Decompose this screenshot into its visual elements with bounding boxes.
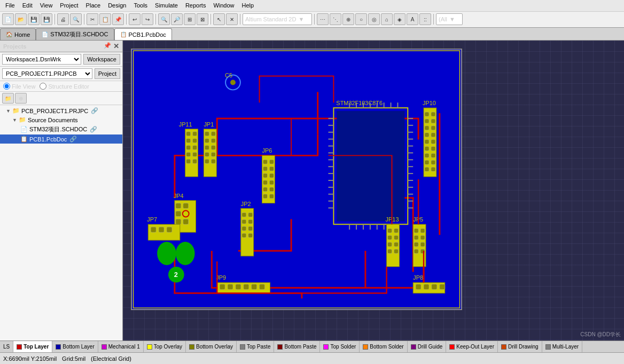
save-all-btn[interactable]: 💾 [41,13,52,25]
svg-rect-163 [420,242,425,247]
pcb-canvas[interactable]: JP11 JP1 [123,41,624,341]
file-view-radio[interactable]: File View [3,83,35,90]
zoom-in-btn[interactable]: 🔍 [158,13,170,25]
menu-reports[interactable]: Reports [182,1,209,10]
menu-place[interactable]: Place [83,1,104,10]
layer-tab-bot-overlay[interactable]: Bottom Overlay [186,341,237,353]
route-btn5[interactable]: ◎ [368,13,380,25]
layer-top-paste-label: Top Paste [247,344,270,350]
svg-rect-117 [183,219,189,224]
panel-close-btn[interactable]: ✕ [113,42,119,50]
svg-rect-100 [263,173,268,178]
svg-rect-95 [431,167,435,171]
cross-btn[interactable]: ✕ [226,13,238,25]
zoom-area-btn[interactable]: ⊠ [197,13,208,25]
tree-node-sch[interactable]: 📄 STM32项目.SCHDOC 🔗 [0,124,122,134]
tab-schdoc[interactable]: 📄 STM32项目.SCHDOC [36,28,114,40]
icon-pcb: 📋 [20,136,28,143]
print-btn[interactable]: 🖨 [57,13,69,25]
layer-dropdown[interactable]: (All ▼ [436,13,463,25]
layer-drill-drawing-color [501,344,506,350]
panel-pin-icon[interactable]: 📌 [104,42,111,50]
svg-text:JP10: JP10 [423,100,436,106]
menu-project[interactable]: Project [57,1,81,10]
route-btn1[interactable]: ⋯ [317,13,329,25]
layer-tab-bot-paste[interactable]: Bottom Paste [274,341,320,353]
undo-btn[interactable]: ↩ [129,13,141,25]
layer-tab-drill-drawing[interactable]: Drill Drawing [498,341,542,353]
layer-bot-solder-color [363,344,368,350]
save-btn[interactable]: 💾 [28,13,40,25]
menu-help[interactable]: Help [239,1,258,10]
sep4 [155,14,156,25]
svg-rect-105 [269,167,274,171]
sep2 [84,14,84,25]
redo-btn[interactable]: ↪ [142,13,153,25]
grid-btn[interactable]: :: [419,13,431,25]
workspace-button[interactable]: Workspace [83,54,120,65]
route-btn6[interactable]: ⌂ [381,13,393,25]
menu-view[interactable]: View [37,1,56,10]
svg-rect-143 [252,284,257,289]
tab-pcbdoc[interactable]: 📋 PCB1.PcbDoc [114,28,172,40]
svg-rect-21 [211,132,215,136]
layer-tab-ls[interactable]: LS [0,341,13,353]
pcb-svg: JP11 JP1 [132,50,461,309]
icon-root: 📁 [12,107,20,114]
tab-home[interactable]: 🏠 Home [0,28,36,40]
layer-tab-multi[interactable]: Multi-Layer [542,341,582,353]
svg-rect-148 [388,235,392,240]
layer-tab-drill-guide[interactable]: Drill Guide [408,341,447,353]
svg-rect-121 [159,227,164,232]
open-btn[interactable]: 📂 [15,13,27,25]
menu-design[interactable]: Design [105,1,129,10]
route-btn4[interactable]: ○ [355,13,367,25]
menu-simulate[interactable]: Simulate [152,1,181,10]
file-action-add[interactable]: ⊕ [15,93,27,104]
layer-tab-bot-solder[interactable]: Bottom Solder [360,341,407,353]
project-select[interactable]: PCB_PROJECT1.PRJPCB [2,68,92,79]
layer-bottom-color [56,344,61,350]
layer-tab-top[interactable]: Top Layer [13,341,52,353]
view-dropdown[interactable]: Altium Standard 2D ▼ [243,13,312,25]
svg-text:JP4: JP4 [174,193,184,199]
tree-node-src[interactable]: ▼ 📁 Source Documents [0,115,122,124]
layer-tab-top-paste[interactable]: Top Paste [237,341,274,353]
menu-tools[interactable]: Tools [130,1,151,10]
route-btn7[interactable]: ◈ [394,13,405,25]
project-button[interactable]: Project [95,68,120,79]
menu-edit[interactable]: Edit [19,1,36,10]
paste-btn[interactable]: 📌 [112,13,124,25]
layer-tab-bottom[interactable]: Bottom Layer [52,341,98,353]
route-btn3[interactable]: ⊕ [342,13,354,25]
svg-rect-103 [263,194,268,199]
layer-top-label: Top Layer [24,344,49,350]
structure-editor-radio[interactable]: Structure Editor [40,83,89,90]
cut-btn[interactable]: ✂ [87,13,98,25]
workspace-select[interactable]: Workspace1.DsnWrk [2,54,81,65]
file-action-new[interactable]: 📁 [2,93,14,104]
layer-tab-top-overlay[interactable]: Top Overlay [144,341,186,353]
layer-bot-overlay-color [189,344,194,350]
layer-tab-keepout[interactable]: Keep-Out Layer [446,341,498,353]
tree-node-pcb[interactable]: 📋 PCB1.PcbDoc 🔗 [0,134,122,144]
zoom-out-btn[interactable]: 🔎 [171,13,183,25]
svg-point-133 [157,242,176,265]
copy-btn[interactable]: 📋 [99,13,111,25]
print-preview-btn[interactable]: 🔍 [70,13,82,25]
layer-dropdown-label: (All [439,16,447,22]
menu-file[interactable]: File [2,1,18,10]
zoom-fit-btn[interactable]: ⊞ [184,13,196,25]
pcb-board[interactable]: JP11 JP1 [131,49,462,310]
new-btn[interactable]: 📄 [2,13,14,25]
layer-tab-top-solder[interactable]: Top Solder [320,341,360,353]
svg-rect-114 [176,211,181,217]
tree-node-root[interactable]: ▼ 📁 PCB_PROJECT1.PRJPC 🔗 [0,106,122,115]
layer-tab-mech1[interactable]: Mechanical 1 [98,341,144,353]
menu-window[interactable]: Window [210,1,237,10]
route-btn2[interactable]: ⋱ [330,13,341,25]
status-mode: (Electrical Grid) [91,355,131,362]
svg-rect-129 [248,212,253,217]
select-btn[interactable]: ↖ [213,13,225,25]
text-btn[interactable]: A [407,13,418,25]
